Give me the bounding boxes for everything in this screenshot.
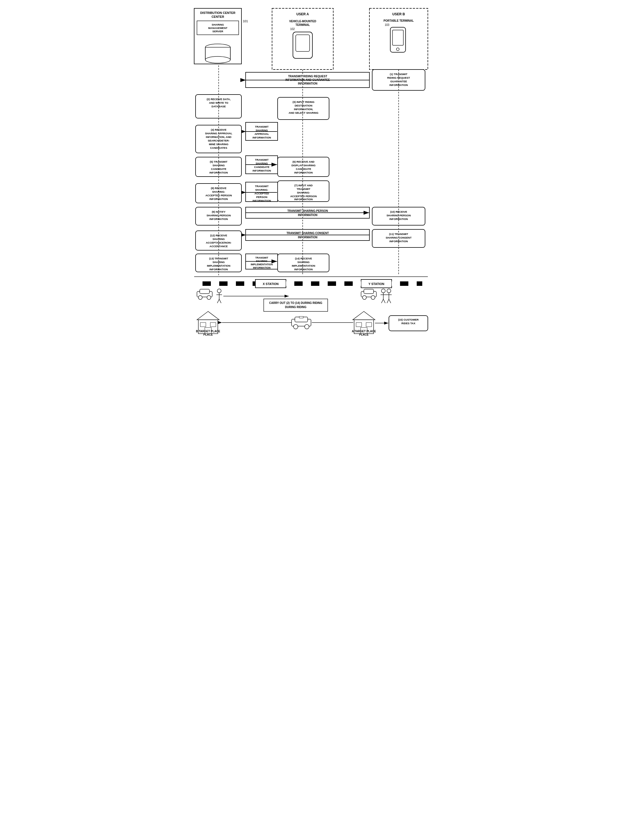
svg-text:CANDIDATE: CANDIDATE <box>254 166 269 169</box>
svg-point-7 <box>205 56 230 63</box>
svg-text:IMPLEMENTATION: IMPLEMENTATION <box>292 264 315 267</box>
portable-terminal: PORTABLE TERMINAL <box>384 19 414 22</box>
svg-text:DESTINATION: DESTINATION <box>294 104 313 107</box>
svg-text:INFORMATION: INFORMATION <box>294 268 313 271</box>
svg-rect-133 <box>286 282 294 286</box>
svg-text:AND SELECT SHARING: AND SELECT SHARING <box>288 111 318 114</box>
svg-rect-139 <box>392 282 400 286</box>
svg-rect-136 <box>336 282 345 286</box>
x-station: X STATION <box>262 282 279 286</box>
server-label3: SERVER <box>212 30 223 33</box>
svg-rect-134 <box>303 282 311 286</box>
svg-rect-152 <box>264 299 328 311</box>
svg-text:SHARING-: SHARING- <box>297 191 310 194</box>
svg-text:INFORMATION: INFORMATION <box>253 136 271 139</box>
svg-text:INFORMATION: INFORMATION <box>298 82 317 85</box>
svg-point-163 <box>387 289 391 293</box>
svg-text:APPROVAL: APPROVAL <box>255 132 269 135</box>
svg-text:PERSON: PERSON <box>256 195 267 199</box>
dist-center-title: DISTRIBUTION CENTER <box>200 11 236 14</box>
carry-out-label: CARRY OUT (2) TO (14) DURING RIDING <box>269 301 322 304</box>
svg-text:RIDES TAX: RIDES TAX <box>401 322 416 325</box>
label-102: 102 <box>290 27 295 30</box>
svg-text:INFORMATION: INFORMATION <box>253 266 271 269</box>
svg-text:(7) INPUT AND: (7) INPUT AND <box>294 184 313 187</box>
svg-rect-128 <box>194 282 203 286</box>
y-station: Y STATION <box>369 282 384 286</box>
svg-rect-135 <box>319 282 328 286</box>
svg-rect-131 <box>244 282 253 286</box>
svg-text:DURING RIDING: DURING RIDING <box>285 306 306 309</box>
svg-rect-170 <box>200 323 206 327</box>
b-target-label: B TARGET PLACE <box>196 330 220 333</box>
svg-text:(14) RECEIVE: (14) RECEIVE <box>295 257 312 260</box>
svg-point-146 <box>217 289 221 293</box>
svg-rect-129 <box>211 282 219 286</box>
svg-text:INFORMATION: INFORMATION <box>253 169 271 172</box>
svg-rect-140 <box>409 282 417 286</box>
svg-text:DISPLAY SHARING: DISPLAY SHARING <box>291 164 316 167</box>
svg-text:(15) CUSTOMER: (15) CUSTOMER <box>398 318 419 321</box>
svg-text:CANDIDATE: CANDIDATE <box>296 167 311 170</box>
svg-text:INFORMATION: INFORMATION <box>298 213 317 217</box>
svg-text:INFORMATION: INFORMATION <box>294 198 313 201</box>
svg-rect-182 <box>356 323 361 327</box>
user-b-title: USER B <box>392 12 405 16</box>
svg-rect-141 <box>422 282 428 286</box>
svg-rect-179 <box>299 317 303 318</box>
svg-rect-137 <box>353 282 361 286</box>
svg-text:TRANSMIT: TRANSMIT <box>255 158 268 161</box>
svg-text:TRANSMIT SHARING CONSENT: TRANSMIT SHARING CONSENT <box>287 231 329 235</box>
svg-rect-143 <box>200 289 209 294</box>
svg-text:TRANSMIT: TRANSMIT <box>297 187 310 190</box>
svg-text:ACCEPTED PERSON: ACCEPTED PERSON <box>290 195 317 198</box>
svg-text:TRANSMIT: TRANSMIT <box>255 185 268 188</box>
svg-text:IMPLEMENTATION: IMPLEMENTATION <box>251 263 273 266</box>
svg-point-14 <box>396 48 399 50</box>
server-label2: MANAGEMENT <box>208 26 227 29</box>
dist-center-title2: CENTER <box>212 15 224 18</box>
svg-text:INFORMATION,: INFORMATION, <box>294 108 313 111</box>
server-label: SHARING <box>212 23 224 26</box>
svg-text:SHARING-: SHARING- <box>255 188 268 191</box>
svg-text:PLACE: PLACE <box>203 333 213 336</box>
svg-point-178 <box>305 324 309 329</box>
svg-point-156 <box>363 295 366 300</box>
svg-rect-13 <box>392 30 403 45</box>
svg-text:INFORMATION: INFORMATION <box>294 171 313 174</box>
svg-point-158 <box>381 289 385 293</box>
svg-text:TRANSMIT: TRANSMIT <box>255 125 268 128</box>
svg-rect-171 <box>210 323 216 327</box>
svg-text:INFORMATION: INFORMATION <box>298 236 317 239</box>
label-101: 101 <box>243 20 248 23</box>
svg-rect-183 <box>366 323 372 327</box>
terminal-label2: TERMINAL <box>296 23 310 26</box>
main-diagram-svg: DISTRIBUTION CENTER CENTER 101 SHARING M… <box>191 6 431 339</box>
svg-rect-10 <box>296 35 309 52</box>
svg-point-145 <box>207 295 211 300</box>
svg-text:PLACE: PLACE <box>359 333 369 336</box>
svg-text:SHARING: SHARING <box>297 260 309 263</box>
label-103: 103 <box>385 23 389 26</box>
user-a-title: USER A <box>297 12 309 16</box>
svg-text:INFORMATION: INFORMATION <box>253 199 271 202</box>
svg-text:TRANSMIT SHARING-PERSON: TRANSMIT SHARING-PERSON <box>287 209 328 212</box>
svg-text:(3) INPUT RIDING: (3) INPUT RIDING <box>293 100 315 103</box>
terminal-label: VEHICLE-MOUNTED <box>289 20 316 23</box>
svg-text:(6) RECEIVE AND: (6) RECEIVE AND <box>293 160 315 163</box>
svg-point-177 <box>293 324 298 329</box>
diagram-container: DISTRIBUTION CENTER CENTER 101 SHARING M… <box>191 6 431 340</box>
svg-rect-130 <box>227 282 236 286</box>
svg-point-144 <box>198 295 202 300</box>
svg-point-157 <box>371 295 375 300</box>
a-target-label: A TARGET PLACE <box>352 330 376 333</box>
svg-rect-155 <box>364 289 374 294</box>
svg-text:TRANSMIT RIDING REQUEST: TRANSMIT RIDING REQUEST <box>288 75 328 78</box>
svg-text:TRANSMIT: TRANSMIT <box>255 256 268 259</box>
